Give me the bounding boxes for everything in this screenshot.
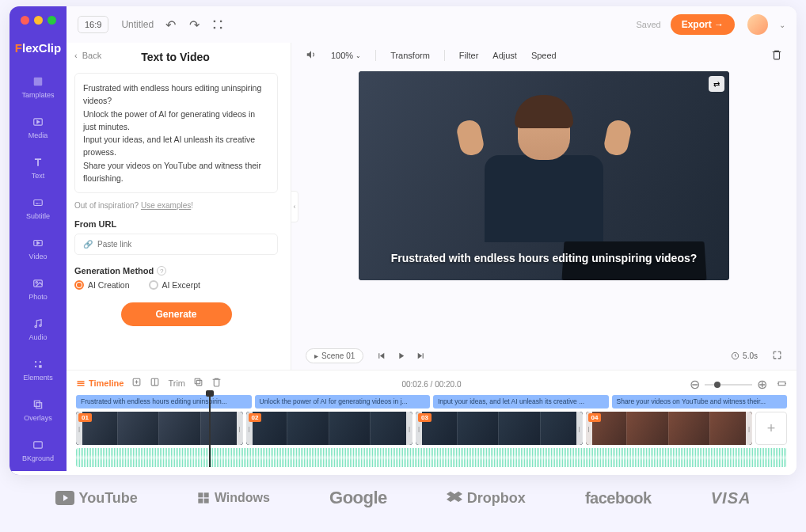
from-url-label: From URL [74, 219, 278, 229]
add-clip-button[interactable]: + [755, 412, 787, 445]
text-clip[interactable]: Input your ideas, and let AI unleash its… [433, 395, 609, 408]
svg-rect-21 [220, 27, 222, 28]
zoom-out-icon[interactable]: ⊖ [690, 377, 700, 392]
playhead[interactable] [209, 393, 211, 467]
zoom-in-icon[interactable]: ⊕ [757, 377, 767, 392]
video-track: 01|| 02|| 03|| 04|| + [76, 412, 787, 445]
duration-label: 5.0s [731, 352, 758, 360]
fit-icon[interactable] [777, 378, 787, 392]
timeline: Timeline Trim 00:02.6 / 00:20.0 ⊖ ⊕ [67, 370, 796, 475]
text-clip[interactable]: Share your videos on YouTube and witness… [612, 395, 788, 408]
zoom-slider[interactable] [705, 384, 752, 386]
svg-rect-2 [34, 200, 43, 206]
redo-icon[interactable]: ↷ [187, 17, 201, 32]
main: 16:9 Untitled ↶ ↷ Saved Export → ⌄ ‹ Bac… [67, 6, 796, 475]
sidebar-item-media[interactable]: Media [10, 108, 67, 148]
video-clip[interactable]: 01|| [76, 412, 243, 445]
sidebar-item-templates[interactable]: Tamplates [10, 67, 67, 108]
app-window: FlexClip Tamplates Media Text Subtitle V… [10, 6, 796, 475]
preview-toolbar: 100% ⌄ Transform Filter Adjust Speed [291, 43, 796, 68]
undo-icon[interactable]: ↶ [163, 17, 177, 32]
svg-rect-15 [36, 403, 42, 408]
sidebar-item-audio[interactable]: Audio [10, 310, 67, 350]
svg-rect-13 [39, 365, 42, 368]
delete-icon[interactable] [771, 49, 782, 62]
use-examples-link[interactable]: Use examples [141, 201, 191, 210]
expand-icon[interactable] [772, 350, 782, 362]
volume-icon[interactable] [306, 49, 317, 62]
svg-rect-35 [198, 492, 203, 497]
svg-rect-33 [778, 382, 785, 385]
video-clip[interactable]: 04|| [586, 412, 753, 445]
timeline-tab[interactable]: Timeline [76, 378, 124, 388]
play-icon[interactable] [396, 351, 406, 361]
video-caption: Frustrated with endless hours editing un… [359, 251, 729, 280]
next-icon[interactable] [416, 351, 426, 361]
export-button[interactable]: Export → [671, 14, 735, 35]
sidebar-item-bkground[interactable]: BKground [10, 431, 67, 471]
svg-rect-19 [220, 21, 222, 22]
text-clip[interactable]: Unlock the power of AI for generating vi… [255, 395, 431, 408]
prev-icon[interactable] [376, 351, 386, 361]
radio-ai-excerpt[interactable]: AI Excerpt [149, 280, 200, 290]
tab-adjust[interactable]: Adjust [492, 51, 517, 60]
minimize-icon[interactable] [34, 16, 43, 25]
swap-icon[interactable]: ⇄ [709, 76, 724, 92]
split-icon[interactable] [150, 377, 160, 389]
svg-rect-38 [204, 499, 209, 504]
video-frame [359, 71, 729, 280]
text-clip[interactable]: Frustrated with endless hours editing un… [76, 395, 252, 408]
svg-rect-18 [214, 21, 215, 22]
sidebar-item-photo[interactable]: Photo [10, 269, 67, 310]
url-field[interactable] [97, 240, 269, 249]
svg-rect-16 [34, 442, 43, 448]
youtube-logo: YouTube [55, 490, 138, 507]
back-button[interactable]: ‹ Back [74, 51, 101, 60]
text-to-video-panel: ‹ Back Text to Video Frustrated with end… [67, 43, 291, 370]
account-chevron-icon[interactable]: ⌄ [779, 21, 785, 29]
help-icon[interactable]: ? [157, 266, 166, 276]
sidebar-item-tools[interactable]: Tools [10, 471, 67, 475]
panel-title: Text to Video [101, 51, 249, 63]
svg-point-11 [40, 361, 41, 363]
video-clip[interactable]: 02|| [246, 412, 413, 445]
svg-rect-32 [195, 378, 200, 384]
video-clip[interactable]: 03|| [416, 412, 583, 445]
sidebar-item-video[interactable]: Video [10, 229, 67, 269]
generate-button[interactable]: Generate [121, 302, 232, 326]
url-input[interactable]: 🔗 [74, 234, 278, 255]
visa-logo: VISA [711, 489, 751, 507]
project-title[interactable]: Untitled [121, 19, 154, 30]
zoom-select[interactable]: 100% ⌄ [331, 51, 361, 60]
tab-transform[interactable]: Transform [390, 51, 430, 60]
svg-rect-23 [78, 381, 85, 382]
sidebar-item-text[interactable]: Text [10, 148, 67, 188]
maximize-icon[interactable] [48, 16, 56, 25]
add-track-icon[interactable] [131, 377, 142, 389]
svg-point-10 [35, 361, 36, 363]
scene-selector[interactable]: ▸ Scene 01 [306, 348, 363, 363]
sidebar-item-subtitle[interactable]: Subtitle [10, 188, 67, 229]
fullscreen-icon[interactable] [211, 17, 225, 32]
radio-ai-creation[interactable]: AI Creation [74, 280, 130, 290]
sidebar-item-elements[interactable]: Elements [10, 350, 67, 390]
delete-clip-icon[interactable] [211, 377, 222, 389]
close-icon[interactable] [21, 16, 29, 25]
trim-label[interactable]: Trim [168, 378, 185, 388]
collapse-panel-button[interactable]: ‹ [291, 191, 298, 222]
audio-track[interactable] [76, 448, 787, 467]
aspect-ratio-select[interactable]: 16:9 [78, 16, 108, 33]
preview-area: ‹ 100% ⌄ Transform Filter Adjust Speed [291, 43, 796, 370]
sidebar: FlexClip Tamplates Media Text Subtitle V… [10, 6, 67, 475]
tab-filter[interactable]: Filter [459, 51, 478, 60]
tab-speed[interactable]: Speed [531, 51, 557, 60]
sidebar-item-overlays[interactable]: Overlays [10, 390, 67, 431]
logo: FlexClip [15, 36, 61, 59]
avatar[interactable] [747, 14, 768, 35]
svg-rect-37 [198, 499, 203, 504]
video-canvas[interactable]: ⇄ Frustrated with endless hours editing … [359, 71, 729, 280]
svg-rect-31 [196, 380, 202, 386]
svg-rect-0 [34, 78, 43, 86]
copy-icon[interactable] [193, 377, 203, 389]
prompt-textarea[interactable]: Frustrated with endless hours editing un… [74, 73, 278, 193]
